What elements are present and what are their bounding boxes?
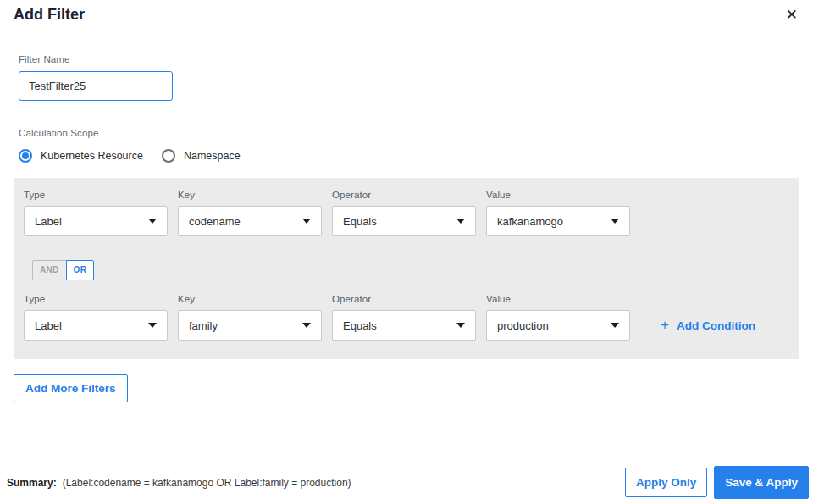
- summary-label: Summary:: [7, 477, 57, 489]
- summary-value: (Label:codename = kafkanamogo OR Label:f…: [63, 477, 351, 489]
- radio-unselected-icon: [162, 149, 175, 163]
- value-column-label: Value: [486, 294, 630, 304]
- calculation-scope-block: Calculation Scope Kubernetes Resource Na…: [19, 128, 799, 163]
- chevron-down-icon: [611, 323, 619, 328]
- dialog-body: Filter Name Calculation Scope Kubernetes…: [0, 54, 813, 402]
- or-toggle-button[interactable]: OR: [66, 260, 95, 280]
- value-dropdown-value: production: [497, 319, 549, 332]
- type-dropdown-value: Label: [35, 215, 62, 228]
- condition-value-group: Value kafkanamogo: [486, 190, 630, 236]
- chevron-down-icon: [302, 323, 311, 328]
- key-dropdown-value: family: [189, 319, 218, 332]
- filter-name-label: Filter Name: [19, 54, 799, 64]
- operator-dropdown[interactable]: Equals: [332, 310, 476, 341]
- filter-name-input[interactable]: [19, 71, 173, 101]
- chevron-down-icon: [148, 323, 157, 328]
- calculation-scope-options: Kubernetes Resource Namespace: [19, 149, 799, 163]
- key-dropdown[interactable]: family: [178, 310, 322, 341]
- dialog-header: Add Filter ✕: [0, 0, 813, 30]
- add-condition-button[interactable]: + Add Condition: [661, 310, 755, 341]
- key-dropdown-value: codename: [189, 215, 241, 228]
- key-column-label: Key: [178, 294, 322, 304]
- key-column-label: Key: [178, 190, 322, 200]
- type-column-label: Type: [24, 294, 168, 304]
- filter-name-block: Filter Name: [19, 54, 799, 101]
- operator-dropdown-value: Equals: [343, 215, 377, 228]
- condition-type-group: Type Label: [24, 294, 168, 341]
- footer-buttons: Apply Only Save & Apply: [625, 466, 809, 499]
- key-dropdown[interactable]: codename: [178, 206, 322, 236]
- apply-only-button[interactable]: Apply Only: [625, 468, 707, 497]
- type-column-label: Type: [24, 190, 168, 200]
- type-dropdown-value: Label: [35, 319, 62, 332]
- radio-label: Namespace: [184, 150, 241, 162]
- value-column-label: Value: [486, 190, 630, 200]
- condition-key-group: Key family: [178, 294, 322, 341]
- chevron-down-icon: [148, 219, 157, 224]
- type-dropdown[interactable]: Label: [24, 310, 168, 341]
- condition-row-2: Type Label Key family Operator Equals: [24, 294, 789, 341]
- condition-operator-group: Operator Equals: [332, 190, 476, 236]
- condition-row-1: Type Label Key codename Operator Equals: [24, 190, 789, 236]
- summary: Summary: (Label:codename = kafkanamogo O…: [7, 477, 351, 489]
- condition-type-group: Type Label: [24, 190, 168, 236]
- radio-namespace[interactable]: Namespace: [162, 149, 241, 163]
- operator-column-label: Operator: [332, 294, 476, 304]
- page-title: Add Filter: [14, 6, 85, 24]
- value-dropdown-value: kafkanamogo: [497, 215, 563, 228]
- condition-operator-group: Operator Equals: [332, 294, 476, 341]
- logic-toggle: AND OR: [32, 260, 94, 280]
- radio-selected-icon: [19, 149, 32, 163]
- add-condition-label: Add Condition: [677, 319, 755, 332]
- chevron-down-icon: [456, 323, 465, 328]
- plus-icon: +: [661, 317, 669, 334]
- chevron-down-icon: [611, 219, 619, 224]
- calculation-scope-label: Calculation Scope: [19, 128, 799, 138]
- type-dropdown[interactable]: Label: [24, 206, 168, 236]
- save-and-apply-button[interactable]: Save & Apply: [714, 466, 809, 499]
- operator-dropdown-value: Equals: [343, 319, 377, 332]
- value-dropdown[interactable]: production: [486, 310, 630, 341]
- operator-column-label: Operator: [332, 190, 476, 200]
- add-more-filters-button[interactable]: Add More Filters: [14, 374, 128, 402]
- radio-kubernetes-resource[interactable]: Kubernetes Resource: [19, 149, 143, 163]
- chevron-down-icon: [456, 219, 465, 224]
- condition-value-group: Value production: [486, 294, 630, 341]
- conditions-panel: Type Label Key codename Operator Equals: [14, 178, 799, 359]
- radio-label: Kubernetes Resource: [41, 150, 143, 162]
- close-icon[interactable]: ✕: [784, 6, 799, 24]
- value-dropdown[interactable]: kafkanamogo: [486, 206, 630, 236]
- and-toggle-button[interactable]: AND: [32, 260, 67, 280]
- chevron-down-icon: [302, 219, 311, 224]
- dialog-footer: Summary: (Label:codename = kafkanamogo O…: [0, 466, 813, 499]
- condition-key-group: Key codename: [178, 190, 322, 236]
- operator-dropdown[interactable]: Equals: [332, 206, 476, 236]
